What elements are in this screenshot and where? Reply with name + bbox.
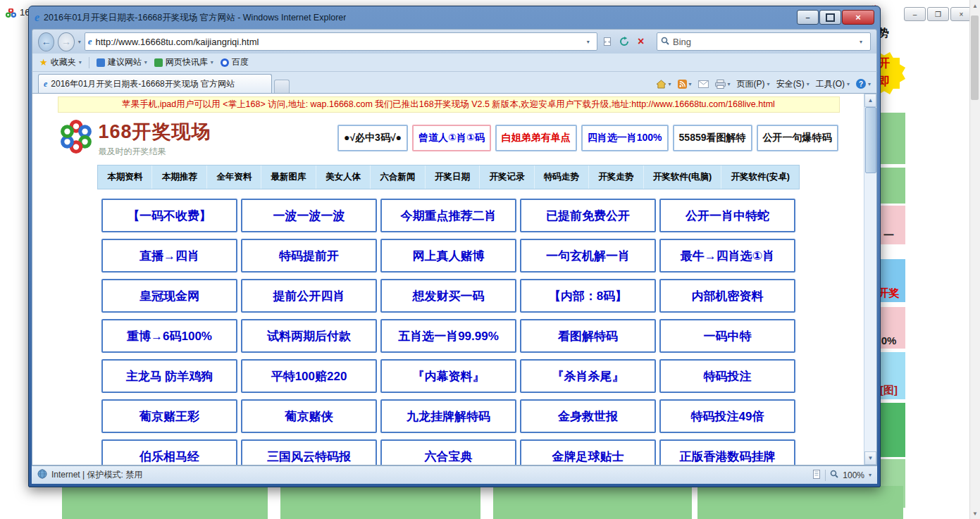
baidu-bookmark[interactable]: 百度: [221, 56, 249, 68]
promo-link[interactable]: 一句玄机解一肖: [520, 239, 656, 273]
page-content: 苹果手机,ipad用户可以用 <掌上168> 访问,地址: wap.16668.…: [32, 94, 877, 465]
promo-button[interactable]: 白姐弟弟有单点: [495, 125, 577, 151]
promo-link[interactable]: 葡京赌侠: [241, 399, 377, 433]
promo-link[interactable]: 看图解特码: [520, 319, 656, 353]
promo-link[interactable]: 【内部：8码】: [520, 279, 656, 313]
scroll-down-arrow-icon[interactable]: ▼: [970, 508, 980, 519]
favorites-button[interactable]: ★ 收藏夹 ▾: [39, 56, 82, 68]
titlebar[interactable]: e 2016年01月开奖日期表-16668开奖现场 官方网站 - Windows…: [32, 6, 877, 29]
nav-item[interactable]: 开奖软件(电脑): [644, 165, 722, 189]
zoom-dropdown-icon[interactable]: ▾: [869, 472, 872, 478]
nav-item[interactable]: 开奖软件(安卓): [721, 165, 799, 189]
page-scrollbar[interactable]: ▲ ▼: [969, 0, 980, 519]
content-scrollbar[interactable]: ▲ ▼: [864, 94, 876, 465]
home-button[interactable]: ▾: [656, 80, 671, 89]
promo-button[interactable]: 55859看图解特: [673, 125, 752, 151]
feeds-button[interactable]: ▾: [678, 80, 692, 89]
nav-item[interactable]: 开奖记录: [480, 165, 534, 189]
promo-link[interactable]: 最牛→四肖选①肖: [659, 239, 795, 273]
scroll-up-arrow-icon[interactable]: ▲: [970, 0, 980, 11]
recent-pages-dropdown-icon[interactable]: ▾: [78, 39, 81, 45]
scrollbar-thumb[interactable]: [971, 15, 979, 100]
zoom-icon[interactable]: [830, 470, 838, 480]
suggested-sites-button[interactable]: 建议网站 ▾: [97, 56, 147, 68]
search-box[interactable]: Bing ▾: [657, 32, 871, 51]
promo-link[interactable]: 一码中特: [659, 319, 795, 353]
promo-link[interactable]: 特码投注49倍: [659, 399, 795, 433]
promo-link[interactable]: 葡京赌王彩: [101, 399, 237, 433]
chevron-down-icon: ▾: [79, 59, 82, 65]
promo-link[interactable]: 今期重点推荐二肖: [380, 199, 516, 232]
promo-link[interactable]: 试料两期后付款: [241, 319, 377, 353]
active-tab[interactable]: e 2016年01月开奖日期表-16668开奖现场 官方网站: [38, 74, 272, 93]
nav-item[interactable]: 全年资料: [207, 165, 261, 189]
nav-item[interactable]: 开奖日期: [426, 165, 480, 189]
scroll-down-arrow-icon[interactable]: ▼: [864, 451, 876, 465]
promo-button[interactable]: ●√必中3码√●: [337, 125, 408, 151]
promo-button[interactable]: 曾道人①肖①码: [412, 125, 491, 151]
promo-link[interactable]: 网上真人赌博: [380, 239, 516, 273]
stop-icon[interactable]: ×: [634, 33, 647, 50]
promo-link[interactable]: 九龙挂牌解特码: [380, 399, 516, 433]
promo-link[interactable]: 金身救世报: [520, 399, 656, 433]
refresh-icon[interactable]: [617, 33, 631, 50]
compatibility-view-icon[interactable]: [601, 33, 614, 50]
web-slices-button[interactable]: 网页快讯库 ▾: [154, 56, 213, 68]
promo-link[interactable]: 提前公开四肖: [241, 279, 377, 313]
scrollbar-thumb[interactable]: [865, 107, 876, 173]
print-button[interactable]: ▾: [715, 80, 731, 89]
bg-minimize-button[interactable]: –: [904, 7, 926, 21]
nav-item[interactable]: 最新图库: [261, 165, 316, 189]
promo-link[interactable]: 特码提前开: [241, 239, 377, 273]
promo-link[interactable]: 已提前免费公开: [520, 199, 656, 232]
promo-link[interactable]: 想发财买一码: [380, 279, 516, 313]
promo-button[interactable]: 四肖选一肖100%: [581, 125, 669, 151]
scroll-up-arrow-icon[interactable]: ▲: [864, 94, 876, 107]
url-dropdown-icon[interactable]: ▾: [583, 33, 594, 50]
promo-link[interactable]: 三国风云特码报: [241, 439, 377, 465]
maximize-button[interactable]: [819, 10, 841, 25]
promo-link[interactable]: 重博→6码100%: [101, 319, 237, 353]
back-button[interactable]: ←: [38, 32, 54, 51]
promo-link[interactable]: 皇冠现金网: [101, 279, 237, 313]
nav-item[interactable]: 美女人体: [316, 165, 371, 189]
promo-link[interactable]: 主龙马 防羊鸡狗: [101, 359, 237, 393]
nav-item[interactable]: 本期资料: [98, 165, 152, 189]
zoom-level[interactable]: 100%: [843, 470, 864, 480]
promo-link[interactable]: 五肖选一肖99.99%: [380, 319, 516, 353]
close-button[interactable]: ×: [842, 10, 874, 25]
search-placeholder[interactable]: Bing: [673, 37, 852, 47]
url-text[interactable]: http://www.16668tu.com/kaijiangriqi.html: [95, 37, 578, 47]
promo-link[interactable]: 伯乐相马经: [101, 439, 237, 465]
search-dropdown-icon[interactable]: ▾: [855, 39, 867, 45]
rss-icon: [678, 80, 687, 89]
promo-link[interactable]: 公开一肖中特蛇: [659, 199, 795, 232]
promo-button[interactable]: 公开一句爆特码: [757, 125, 838, 151]
read-mail-button[interactable]: [698, 80, 709, 88]
page-menu-button[interactable]: 页面(P) ▾: [737, 78, 770, 90]
promo-link[interactable]: 一波一波一波: [241, 199, 377, 232]
nav-item[interactable]: 开奖走势: [589, 165, 643, 189]
nav-item[interactable]: 六合新闻: [371, 165, 425, 189]
nav-item[interactable]: 特码走势: [535, 165, 589, 189]
promo-link[interactable]: 『内幕资料』: [380, 359, 516, 393]
promo-link[interactable]: 金牌足球贴士: [520, 439, 656, 465]
promo-link[interactable]: 正版香港数码挂牌: [659, 439, 795, 465]
help-button[interactable]: ? ▾: [856, 79, 871, 89]
promo-link[interactable]: 直播→四肖: [101, 239, 237, 273]
promo-link[interactable]: 【一码不收费】: [101, 199, 237, 232]
new-tab-button[interactable]: [274, 80, 290, 93]
forward-button[interactable]: →: [58, 32, 74, 51]
safety-menu-button[interactable]: 安全(S) ▾: [776, 78, 810, 90]
promo-link[interactable]: 内部机密资料: [659, 279, 795, 313]
tools-menu-button[interactable]: 工具(O) ▾: [816, 78, 850, 90]
nav-item[interactable]: 本期推荐: [152, 165, 206, 189]
promo-link[interactable]: 『杀肖杀尾』: [520, 359, 656, 393]
minimize-button[interactable]: –: [797, 10, 819, 25]
status-page-icon[interactable]: [812, 470, 821, 481]
url-field[interactable]: e http://www.16668tu.com/kaijiangriqi.ht…: [85, 32, 597, 51]
bg-maximize-button[interactable]: ❐: [927, 7, 949, 21]
promo-link[interactable]: 六合宝典: [380, 439, 516, 465]
promo-link[interactable]: 平特100赔220: [241, 359, 377, 393]
promo-link[interactable]: 特码投注: [659, 359, 795, 393]
